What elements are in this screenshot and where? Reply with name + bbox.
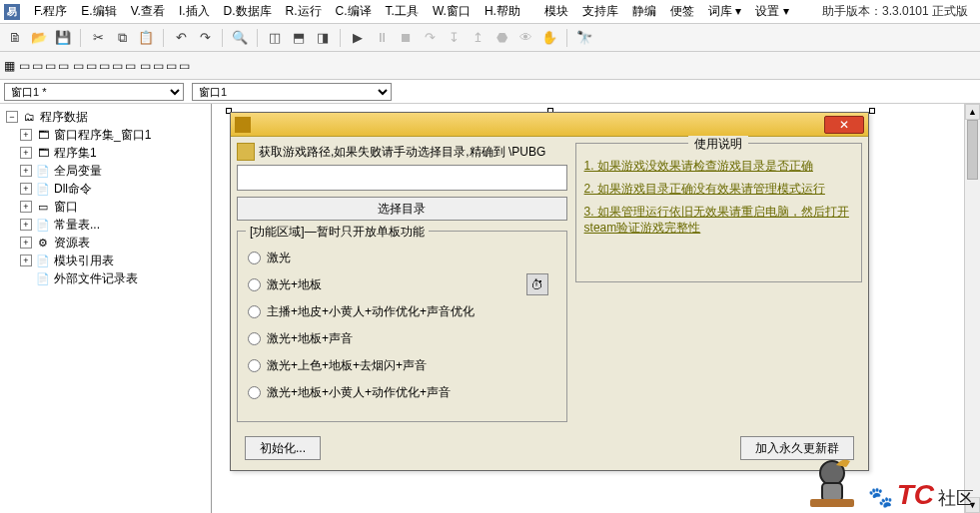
search-icon[interactable]: 🔍 (229, 27, 251, 49)
feature-radio-option[interactable]: 激光 (248, 250, 556, 266)
feature-radio-option[interactable]: 激光+地板 (248, 276, 556, 293)
expand-icon[interactable]: + (20, 129, 32, 141)
form-canvas[interactable]: ✕ 获取游戏路径,如果失败请手动选择目录,精确到 \PUBG 选择目录 [功能区… (218, 110, 974, 507)
tree-item[interactable]: +📄模块引用表 (18, 252, 207, 269)
radio-input[interactable] (248, 305, 261, 318)
tree-item[interactable]: +▭窗口 (18, 198, 207, 216)
scroll-up-icon[interactable]: ▲ (965, 104, 980, 120)
radio-input[interactable] (248, 386, 261, 399)
instruction-link[interactable]: 1. 如果游戏没效果请检查游戏目录是否正确 (584, 159, 813, 173)
paw-icon: 🐾 (868, 485, 893, 509)
collapse-icon[interactable]: − (6, 111, 18, 123)
tree-node-icon: 📄 (36, 254, 50, 267)
document-combo-2[interactable]: 窗口1 (192, 83, 392, 101)
tree-item[interactable]: +📄全局变量 (18, 162, 207, 180)
menu-view[interactable]: V.查看 (125, 1, 171, 22)
layout-3-icon[interactable]: ◨ (312, 27, 334, 49)
watermark-brand-small: 社区 (938, 486, 974, 510)
redo-icon[interactable]: ↷ (194, 27, 216, 49)
expand-icon[interactable]: + (20, 165, 32, 177)
radio-input[interactable] (248, 359, 261, 372)
toolbar-align: ▦ ▭ ▭ ▭ ▭ ▭ ▭ ▭ ▭ ▭ ▭ ▭ ▭ ▭ (0, 52, 980, 80)
dialog-titlebar[interactable]: ✕ (231, 113, 868, 137)
step-over-icon: ↷ (419, 27, 441, 49)
grid-icon[interactable]: ▦ (4, 59, 15, 73)
menu-help[interactable]: H.帮助 (479, 1, 526, 22)
tree-item-label: 资源表 (54, 235, 90, 252)
tree-item[interactable]: 📄外部文件记录表 (18, 269, 207, 287)
initialize-button[interactable]: 初始化... (245, 436, 321, 460)
feature-radio-option[interactable]: 激光+上色+地板+去烟闪+声音 (248, 357, 556, 374)
menu-insert[interactable]: I.插入 (173, 1, 216, 22)
feature-radio-option[interactable]: 主播+地皮+小黄人+动作优化+声音优化 (248, 303, 556, 320)
layout-1-icon[interactable]: ◫ (264, 27, 286, 49)
menu-program[interactable]: F.程序 (28, 1, 73, 22)
menu-settings[interactable]: 设置 ▾ (749, 1, 794, 22)
menu-database[interactable]: D.数据库 (218, 1, 278, 22)
find-binoculars-icon[interactable]: 🔭 (573, 27, 595, 49)
undo-icon[interactable]: ↶ (170, 27, 192, 49)
align-bottom-icon: ▭ (86, 59, 97, 73)
tree-item[interactable]: +📄Dll命令 (18, 180, 207, 198)
tree-item-label: 窗口 (54, 199, 78, 216)
scroll-thumb[interactable] (967, 120, 978, 180)
radio-input[interactable] (248, 332, 261, 345)
version-label: 助手版本：3.3.0101 正式版 (822, 3, 976, 20)
instruction-link[interactable]: 3. 如果管理运行依旧无效果请重启电脑，然后打开steam验证游戏完整性 (584, 205, 849, 236)
radio-input[interactable] (248, 252, 261, 264)
menu-edit[interactable]: E.编辑 (75, 1, 122, 22)
menu-module[interactable]: 模块 (538, 1, 574, 22)
expand-icon[interactable]: + (20, 183, 32, 195)
tree-item[interactable]: +🗔程序集1 (18, 144, 207, 162)
menu-window[interactable]: W.窗口 (427, 1, 477, 22)
copy-icon[interactable]: ⧉ (111, 27, 133, 49)
menu-static-compile[interactable]: 静编 (626, 1, 662, 22)
tree-node-icon: 🗔 (36, 146, 50, 160)
menu-run[interactable]: R.运行 (280, 1, 328, 22)
menu-support-lib[interactable]: 支持库 (576, 1, 624, 22)
open-file-icon[interactable]: 📂 (28, 27, 50, 49)
tree-item-label: 模块引用表 (54, 253, 114, 269)
watermark-overlay: 🐾 TC 社区 (802, 451, 974, 511)
hand-icon[interactable]: ✋ (538, 27, 560, 49)
feature-fieldset-legend: [功能区域]—暂时只开放单板功能 (246, 224, 429, 241)
feature-radio-option[interactable]: 激光+地板+声音 (248, 330, 556, 347)
expand-icon[interactable]: + (20, 237, 32, 249)
layout-2-icon[interactable]: ⬒ (288, 27, 310, 49)
save-icon[interactable]: 💾 (52, 27, 74, 49)
radio-label: 主播+地皮+小黄人+动作优化+声音优化 (267, 303, 475, 320)
expand-icon[interactable]: + (20, 201, 32, 213)
radio-label: 激光+上色+地板+去烟闪+声音 (267, 357, 427, 374)
paste-icon[interactable]: 📋 (135, 27, 157, 49)
tree-node-icon: 📄 (36, 182, 50, 196)
menu-sticky-note[interactable]: 便签 (664, 1, 700, 22)
run-icon[interactable]: ▶ (347, 27, 369, 49)
selection-handle[interactable] (869, 108, 875, 114)
tree-item-label: 常量表... (54, 217, 100, 234)
tree-root-row[interactable]: − 🗂 程序数据 (4, 108, 207, 126)
path-input[interactable] (237, 165, 567, 191)
menu-compile[interactable]: C.编译 (330, 1, 378, 22)
dialog-icon (235, 117, 251, 133)
instruction-link[interactable]: 2. 如果游戏目录正确没有效果请管理模式运行 (584, 182, 825, 196)
same-size-icon: ▭ (125, 59, 136, 73)
svg-rect-2 (810, 499, 854, 507)
expand-icon[interactable]: + (20, 147, 32, 159)
tree-item-label: Dll命令 (54, 181, 92, 198)
tree-item[interactable]: +🗔窗口程序集_窗口1 (18, 126, 207, 144)
menu-dictionary[interactable]: 词库 ▾ (702, 1, 747, 22)
new-file-icon[interactable]: 🗎 (4, 27, 26, 49)
expand-icon[interactable]: + (20, 219, 32, 231)
folder-icon (237, 143, 255, 161)
select-directory-button[interactable]: 选择目录 (237, 197, 567, 221)
feature-radio-option[interactable]: 激光+地板+小黄人+动作优化+声音 (248, 384, 556, 401)
tree-item[interactable]: +📄常量表... (18, 216, 207, 234)
expand-icon[interactable]: + (20, 255, 32, 266)
document-combo-1[interactable]: 窗口1 * (4, 83, 184, 101)
menu-tools[interactable]: T.工具 (380, 1, 425, 22)
designed-dialog[interactable]: ✕ 获取游戏路径,如果失败请手动选择目录,精确到 \PUBG 选择目录 [功能区… (230, 112, 869, 471)
tree-item[interactable]: +⚙资源表 (18, 234, 207, 252)
radio-input[interactable] (248, 278, 261, 291)
dialog-close-button[interactable]: ✕ (824, 116, 864, 134)
cut-icon[interactable]: ✂ (87, 27, 109, 49)
